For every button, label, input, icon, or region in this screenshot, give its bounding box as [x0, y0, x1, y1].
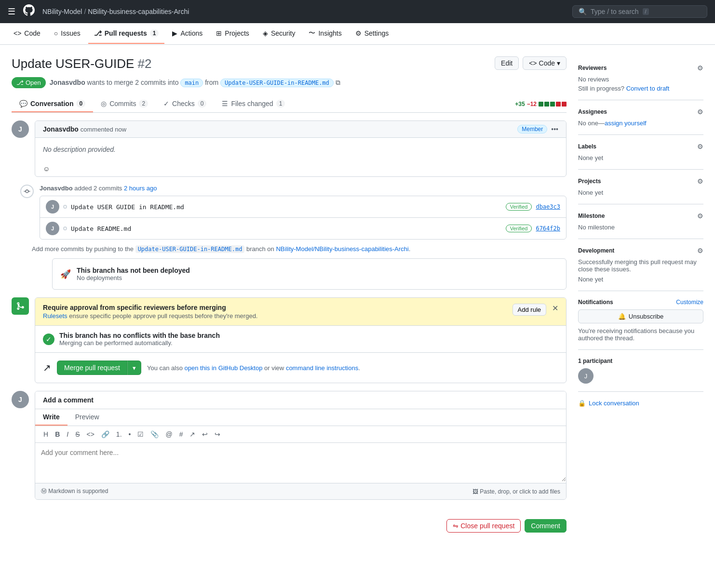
comment-button[interactable]: Comment: [525, 519, 567, 533]
attach-button[interactable]: 📎: [148, 429, 161, 440]
commit-avatar-1: J: [46, 200, 59, 214]
convert-draft-link[interactable]: Convert to draft: [626, 85, 670, 92]
merge-status-title: This branch has no conflicts with the ba…: [59, 332, 220, 339]
link-button[interactable]: 🔗: [99, 429, 112, 440]
tab-commits[interactable]: ◎ Commits 2: [93, 96, 156, 112]
edit-button[interactable]: Edit: [495, 56, 519, 70]
head-branch-tag[interactable]: Update-USER-GUIDE-in-README.md: [220, 79, 334, 87]
github-desktop-link[interactable]: open this in GitHub Desktop: [185, 364, 263, 372]
repo-name-link[interactable]: NBility-business-capabilities-Archi: [88, 8, 189, 15]
nav-code[interactable]: <> Code: [8, 24, 46, 44]
italic-button[interactable]: I: [64, 429, 71, 440]
nav-projects[interactable]: ⊞ Projects: [210, 24, 255, 44]
nav-pull-requests[interactable]: ⎇ Pull requests 1: [88, 24, 165, 44]
comment-body: Jonasvdbo commented now Member ••• No de…: [35, 120, 567, 177]
commits-timeline-icon: [20, 185, 34, 198]
reference-button[interactable]: #: [177, 429, 186, 440]
nav-settings[interactable]: ⚙ Settings: [350, 24, 395, 44]
commits-time-link[interactable]: 2 hours ago: [124, 185, 157, 192]
bottom-actions: ⇋ Close pull request Comment: [12, 511, 567, 540]
milestone-gear-icon[interactable]: ⚙: [697, 212, 703, 220]
top-nav: ☰ NBility-Model / NBility-business-capab…: [0, 0, 715, 23]
deploy-sub: No deployments: [77, 274, 190, 281]
task-list-button[interactable]: ☑: [135, 429, 146, 440]
notifications-row: Notifications Customize: [578, 299, 703, 306]
close-pull-request-button[interactable]: ⇋ Close pull request: [446, 519, 521, 533]
sidebar-notifications: Notifications Customize 🔔 Unsubscribe Yo…: [578, 291, 703, 350]
diff-sq-green-3: [550, 102, 555, 107]
development-gear-icon[interactable]: ⚙: [697, 247, 703, 254]
merge-status-sub: Merging can be performed automatically.: [59, 339, 220, 347]
undo-button[interactable]: ↩: [200, 429, 210, 440]
cli-link[interactable]: command line instructions: [286, 364, 358, 372]
commit-sha-2[interactable]: 6764f2b: [536, 225, 560, 232]
assign-yourself-link[interactable]: assign yourself: [605, 120, 647, 127]
diff-deletions: −12: [527, 101, 537, 107]
comment-content: No description provided.: [35, 138, 566, 161]
code-inline-button[interactable]: <>: [84, 429, 96, 440]
projects-gear-icon[interactable]: ⚙: [697, 177, 703, 185]
repo-owner-link[interactable]: NBility-Model: [42, 8, 82, 15]
unsubscribe-button[interactable]: 🔔 Unsubscribe: [578, 309, 703, 323]
branch-link[interactable]: Update-USER-GUIDE-in-README.md: [135, 245, 245, 253]
rule-close-button[interactable]: ✕: [552, 304, 558, 313]
notifications-note: You're receiving notifications because y…: [578, 327, 703, 342]
labels-gear-icon[interactable]: ⚙: [697, 143, 703, 150]
sidebar-labels-header: Labels ⚙: [578, 143, 703, 150]
pr-number: #2: [138, 56, 152, 71]
merge-also-text: You can also open this in GitHub Desktop…: [147, 364, 360, 372]
commit-sha-1[interactable]: dbae3c3: [536, 203, 560, 210]
comment-textarea[interactable]: [35, 443, 566, 481]
unordered-list-button[interactable]: •: [126, 429, 134, 440]
reviewers-gear-icon[interactable]: ⚙: [697, 64, 703, 72]
deploy-title: This branch has not been deployed: [77, 267, 190, 274]
diff-sq-red-1: [556, 102, 561, 107]
assignees-gear-icon[interactable]: ⚙: [697, 108, 703, 116]
no-reviews: No reviews: [578, 76, 703, 83]
nav-issues[interactable]: ○ Issues: [48, 24, 86, 44]
slash-key: /: [643, 8, 649, 15]
checks-icon: ✓: [163, 100, 169, 107]
actions-icon: ▶: [172, 29, 177, 37]
copy-icon[interactable]: ⧉: [336, 79, 340, 86]
tab-preview[interactable]: Preview: [67, 409, 107, 426]
code-button[interactable]: <> Code ▾: [523, 56, 567, 70]
nav-actions[interactable]: ▶ Actions: [166, 24, 208, 44]
merge-split-dropdown-button[interactable]: ▾: [127, 361, 141, 375]
crossref-button[interactable]: ↗: [187, 429, 198, 440]
comment-more-icon[interactable]: •••: [551, 125, 558, 133]
strikethrough-button[interactable]: S: [73, 429, 82, 440]
comment-author: Jonasvdbo: [43, 125, 79, 133]
base-branch-tag[interactable]: main: [180, 79, 203, 87]
checks-badge: 0: [198, 100, 207, 107]
diff-sq-green-1: [539, 102, 543, 107]
customize-link[interactable]: Customize: [676, 299, 703, 306]
search-bar[interactable]: 🔍 Type / to search /: [572, 5, 707, 18]
sidebar-development: Development ⚙ Successfully merging this …: [578, 239, 703, 291]
tab-write[interactable]: Write: [35, 409, 67, 426]
comment-editor: Add a comment Write Preview H B I S <> 🔗…: [35, 391, 567, 500]
sidebar-development-header: Development ⚙: [578, 247, 703, 254]
bold-button[interactable]: B: [53, 429, 62, 440]
rulesets-link[interactable]: Rulesets: [43, 312, 67, 320]
search-icon: 🔍: [579, 8, 587, 15]
tab-conversation[interactable]: 💬 Conversation 0: [12, 96, 93, 112]
tab-checks[interactable]: ✓ Checks 0: [156, 96, 214, 112]
comment-time: commented now: [81, 126, 126, 133]
merge-pull-request-button[interactable]: Merge pull request: [57, 361, 127, 375]
nav-insights[interactable]: 〜 Insights: [303, 23, 347, 44]
redo-button[interactable]: ↪: [212, 429, 223, 440]
nav-security[interactable]: ◈ Security: [257, 24, 301, 44]
mention-button[interactable]: @: [163, 429, 175, 440]
heading-button[interactable]: H: [41, 429, 51, 440]
lock-conversation-link[interactable]: 🔒 Lock conversation: [578, 400, 703, 407]
ordered-list-button[interactable]: 1.: [114, 429, 124, 440]
sidebar-reviewers-header: Reviewers ⚙: [578, 64, 703, 72]
comment-header: Jonasvdbo commented now Member •••: [35, 121, 566, 138]
repo-link[interactable]: NBility-Model/NBility-business-capabilit…: [276, 245, 408, 253]
editor-footer: Ⓜ Markdown is supported 🖼 Paste, drop, o…: [35, 483, 566, 499]
add-rule-button[interactable]: Add rule: [513, 304, 546, 316]
tab-files-changed[interactable]: ☰ Files changed 1: [214, 96, 293, 112]
hamburger-icon[interactable]: ☰: [8, 6, 15, 17]
editor-toolbar: H B I S <> 🔗 1. • ☑ 📎 @ # ↗ ↩ ↪: [35, 426, 566, 443]
